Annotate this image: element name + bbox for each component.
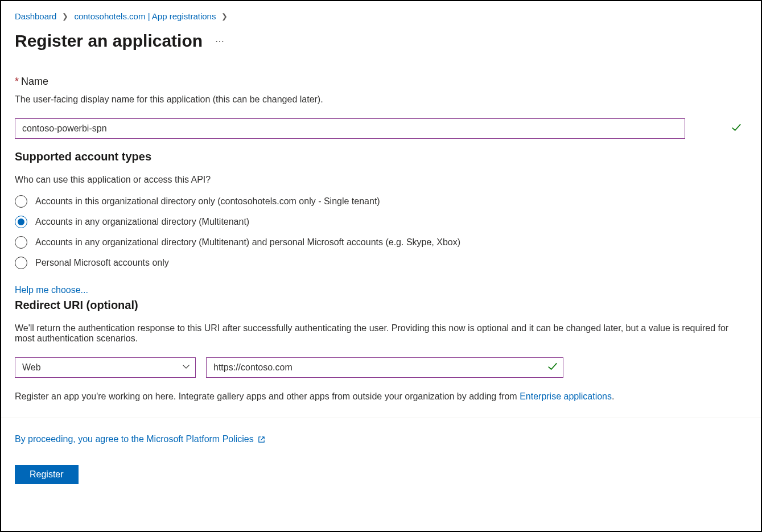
integrate-prefix: Register an app you're working on here. … — [15, 391, 520, 401]
radio-icon — [15, 257, 27, 269]
radio-multitenant-personal[interactable]: Accounts in any organizational directory… — [15, 236, 747, 249]
radio-label: Accounts in any organizational directory… — [35, 217, 249, 227]
account-types-sub: Who can use this application or access t… — [15, 175, 747, 185]
redirect-platform-select[interactable] — [15, 357, 196, 378]
radio-multitenant[interactable]: Accounts in any organizational directory… — [15, 216, 747, 228]
redirect-uri-input[interactable] — [206, 357, 563, 378]
radio-icon — [15, 236, 27, 249]
required-asterisk-icon: * — [15, 76, 19, 88]
breadcrumb-tenant[interactable]: contosohotels.com | App registrations — [74, 11, 216, 21]
redirect-help-text: We'll return the authentication response… — [15, 323, 747, 344]
page-title: Register an application — [15, 31, 203, 51]
integrate-info: Register an app you're working on here. … — [15, 391, 747, 402]
enterprise-applications-link[interactable]: Enterprise applications — [520, 391, 612, 401]
external-link-icon — [257, 435, 266, 444]
more-actions-icon[interactable]: ⋯ — [215, 36, 225, 47]
radio-icon — [15, 195, 27, 208]
divider — [1, 418, 761, 418]
name-input[interactable] — [15, 118, 685, 139]
redirect-heading: Redirect URI (optional) — [15, 299, 747, 312]
radio-personal-only[interactable]: Personal Microsoft accounts only — [15, 257, 747, 269]
checkmark-icon — [731, 123, 742, 135]
policies-text: By proceeding, you agree to the Microsof… — [15, 434, 254, 444]
breadcrumb: Dashboard ❯ contosohotels.com | App regi… — [15, 11, 747, 21]
name-label-text: Name — [21, 76, 48, 88]
account-types-heading: Supported account types — [15, 150, 747, 163]
radio-single-tenant[interactable]: Accounts in this organizational director… — [15, 195, 747, 208]
period: . — [612, 391, 614, 401]
radio-label: Accounts in any organizational directory… — [35, 237, 460, 248]
breadcrumb-dashboard[interactable]: Dashboard — [15, 11, 56, 21]
radio-icon — [15, 216, 27, 228]
radio-label: Accounts in this organizational director… — [35, 196, 380, 207]
account-types-radio-group: Accounts in this organizational director… — [15, 195, 747, 269]
platform-policies-link[interactable]: By proceeding, you agree to the Microsof… — [15, 434, 747, 444]
help-me-choose-link[interactable]: Help me choose... — [15, 285, 88, 295]
chevron-right-icon: ❯ — [221, 12, 228, 20]
radio-label: Personal Microsoft accounts only — [35, 258, 169, 268]
name-help-text: The user-facing display name for this ap… — [15, 94, 747, 105]
register-button[interactable]: Register — [15, 465, 79, 484]
name-label: * Name — [15, 76, 747, 88]
chevron-right-icon: ❯ — [62, 12, 68, 20]
